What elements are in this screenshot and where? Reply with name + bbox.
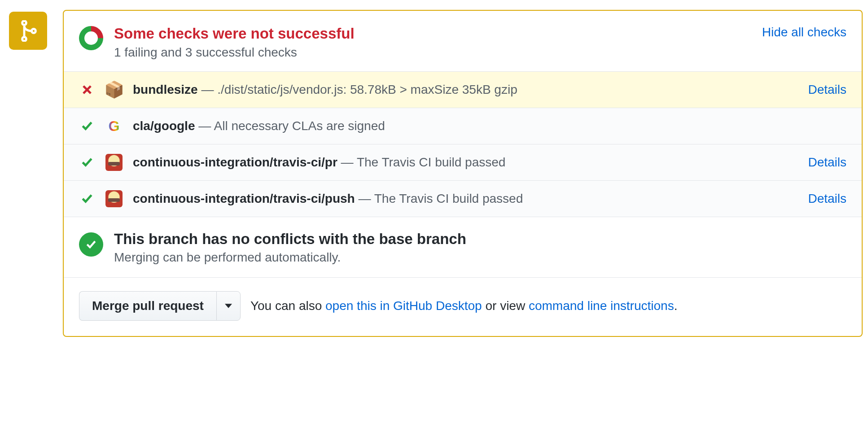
travis-icon xyxy=(105,190,123,208)
open-github-desktop-link[interactable]: open this in GitHub Desktop xyxy=(325,299,482,313)
check-description: The Travis CI build passed xyxy=(357,155,506,169)
checks-donut-icon xyxy=(79,26,103,50)
merge-button-group: Merge pull request xyxy=(79,291,241,321)
merge-pull-request-button[interactable]: Merge pull request xyxy=(79,291,216,321)
check-description: All necessary CLAs are signed xyxy=(214,119,385,133)
merge-panel: Some checks were not successful 1 failin… xyxy=(63,10,863,337)
check-name: bundlesize xyxy=(133,83,198,96)
merge-help-text: You can also open this in GitHub Desktop… xyxy=(250,299,677,313)
check-row-travis-pr: continuous-integration/travis-ci/pr — Th… xyxy=(64,144,862,181)
travis-icon xyxy=(105,153,123,171)
merge-dropdown-button[interactable] xyxy=(216,291,241,321)
google-icon: G xyxy=(105,117,123,135)
command-line-instructions-link[interactable]: command line instructions xyxy=(529,299,674,313)
check-name: cla/google xyxy=(133,119,195,133)
pass-icon xyxy=(79,157,95,168)
checks-subtitle: 1 failing and 3 successful checks xyxy=(114,45,751,60)
success-circle-icon xyxy=(79,232,103,257)
details-link[interactable]: Details xyxy=(808,83,846,97)
checks-title: Some checks were not successful xyxy=(114,24,751,43)
check-row-travis-push: continuous-integration/travis-ci/push — … xyxy=(64,181,862,217)
pass-icon xyxy=(79,193,95,205)
check-row-bundlesize: 📦 bundlesize — ./dist/static/js/vendor.j… xyxy=(64,72,862,108)
merge-status-section: This branch has no conflicts with the ba… xyxy=(64,217,862,278)
package-icon: 📦 xyxy=(105,81,123,99)
pass-icon xyxy=(79,120,95,132)
check-name: continuous-integration/travis-ci/push xyxy=(133,192,355,205)
caret-down-icon xyxy=(225,303,232,309)
check-description: The Travis CI build passed xyxy=(374,192,523,205)
git-merge-icon xyxy=(18,20,39,42)
merge-timeline-badge xyxy=(9,12,47,50)
merge-subtitle: Merging can be performed automatically. xyxy=(114,250,466,265)
check-name: continuous-integration/travis-ci/pr xyxy=(133,155,338,169)
checks-header: Some checks were not successful 1 failin… xyxy=(64,11,862,72)
hide-all-checks-link[interactable]: Hide all checks xyxy=(762,25,846,39)
details-link[interactable]: Details xyxy=(808,192,846,206)
fail-icon xyxy=(79,84,95,96)
merge-actions-section: Merge pull request You can also open thi… xyxy=(64,278,862,336)
check-row-cla-google: G cla/google — All necessary CLAs are si… xyxy=(64,108,862,144)
merge-title: This branch has no conflicts with the ba… xyxy=(114,231,466,248)
check-description: ./dist/static/js/vendor.js: 58.78kB > ma… xyxy=(217,83,517,96)
details-link[interactable]: Details xyxy=(808,155,846,170)
